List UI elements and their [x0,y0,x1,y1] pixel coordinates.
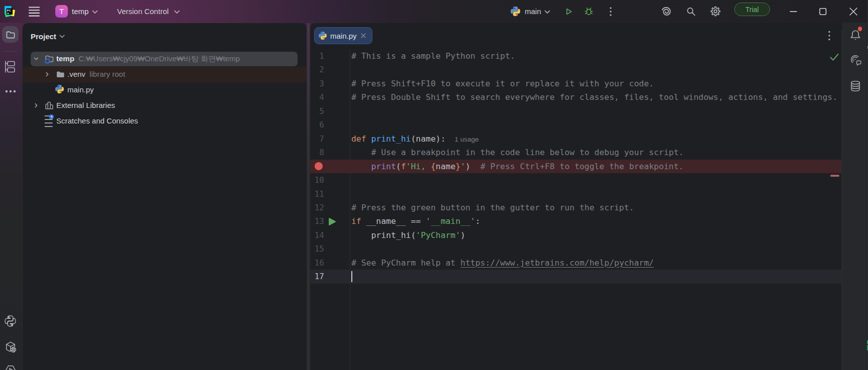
python-console-tool-button[interactable] [2,313,19,329]
code-line-16[interactable]: 16# See PyCharm help at https://www.jetb… [310,256,841,270]
project-name[interactable]: temp [72,0,88,23]
project-folder-icon [44,54,54,64]
editor-tab-strip: main.py [310,23,841,48]
line-number[interactable]: 13 [310,214,324,228]
run-config-chevron-icon [544,1,550,23]
inspections-ok-icon[interactable] [830,53,839,61]
line-number[interactable]: 2 [310,63,324,77]
search-everywhere-button[interactable] [686,0,696,23]
code-token: # Press Double Shift to search everywher… [351,92,837,102]
panel-splitter[interactable] [307,23,310,370]
code-line-11[interactable]: 11 [310,187,841,201]
chevron-down-icon[interactable] [33,56,39,62]
tree-row--venv[interactable]: .venv library root [23,67,307,82]
code-line-12[interactable]: 12# Press the green button in the gutter… [310,201,841,214]
breakpoint-icon[interactable] [315,162,323,170]
minimize-button[interactable] [790,0,797,23]
tab-close-icon[interactable] [360,33,366,39]
tree-chevron[interactable] [33,102,39,108]
project-avatar: T [55,5,68,18]
code-line-9[interactable]: print(f'Hi, {name}') # Press Ctrl+F8 to … [310,160,841,173]
code-line-4[interactable]: 4# Press Double Shift to search everywhe… [310,90,841,104]
python-packages-tool-button[interactable] [2,338,19,355]
line-number[interactable]: 16 [310,256,324,270]
tree-row-main-py[interactable]: main.py [23,82,307,98]
code-line-3[interactable]: 3# Press Shift+F10 to execute it or repl… [310,77,841,90]
code-token: __name__ == [366,216,426,226]
tree-icon [44,100,54,110]
editor-code-area[interactable]: 1# This is a sample Python script.23# Pr… [310,49,841,370]
code-line-7[interactable]: 7def print_hi(name):1 usage [310,132,841,146]
line-number[interactable]: 12 [310,201,324,215]
chevron-right-icon[interactable] [44,71,50,77]
tree-row-scratches-and-consoles[interactable]: Scratches and Consoles [23,113,307,129]
code-line-13[interactable]: 13if __name__ == '__main__': [310,214,841,228]
code-line-6[interactable]: 6 [310,118,841,132]
error-stripe-mark[interactable] [830,175,839,177]
notification-badge [858,27,862,31]
code-token: ' [460,162,465,171]
tree-row-external-libraries[interactable]: External Libraries [23,98,307,113]
code-text: # This is a sample Python script. [351,49,515,63]
code-line-15[interactable]: 15 [310,242,841,256]
line-number[interactable]: 1 [310,49,324,63]
line-number[interactable]: 3 [310,77,324,91]
tree-icon [55,85,65,95]
tab-main-py[interactable]: main.py [314,27,372,44]
line-number[interactable]: 11 [310,187,324,201]
code-line-2[interactable]: 2 [310,63,841,76]
tree-row-temp[interactable]: temp C:₩Users₩cjy09₩OneDrive₩바탕 화면₩temp [23,51,307,67]
project-panel-chevron-icon [59,35,65,38]
code-token: print_hi( [351,230,416,240]
code-line-1[interactable]: 1# This is a sample Python script. [310,49,841,63]
line-number[interactable]: 7 [310,132,324,146]
main-menu-button[interactable] [29,0,40,23]
line-number[interactable]: 4 [310,90,324,104]
tree-row-label: Scratches and Consoles [56,116,138,126]
ai-assistant-titlebar-button[interactable] [661,0,672,23]
ai-assistant-tool-button[interactable] [848,53,865,69]
line-number[interactable]: 14 [310,228,324,242]
structure-tool-button[interactable] [1,58,18,75]
project-widget[interactable]: T [55,2,68,21]
code-token: # Press Ctrl+F8 to toggle the breakpoint… [480,162,684,171]
more-actions-button[interactable] [608,0,614,23]
line-number[interactable]: 10 [310,173,324,187]
code-line-5[interactable]: 5 [310,104,841,118]
code-text: print_hi('PyCharm') [351,228,465,242]
run-config-python-icon [511,0,520,23]
code-line-8[interactable]: 8 # Use a breakpoint in the code line be… [310,146,841,159]
tab-strip-more-button[interactable] [827,30,831,41]
project-panel-header[interactable]: Project [31,31,65,41]
code-token: ) [460,230,465,240]
chevron-right-icon[interactable] [33,102,39,108]
close-button[interactable] [849,0,857,23]
tree-chevron[interactable] [33,56,39,62]
run-config-name[interactable]: main [525,0,541,23]
line-number[interactable]: 5 [310,104,324,118]
version-control-menu[interactable]: Version Control [117,0,169,23]
version-control-chevron-icon [174,1,180,23]
line-number[interactable]: 17 [310,270,324,284]
run-line-icon[interactable] [328,217,336,226]
notifications-button[interactable] [847,27,863,44]
run-button[interactable] [563,0,574,23]
maximize-button[interactable] [819,0,827,23]
debug-button[interactable] [583,0,595,23]
code-line-17[interactable]: 17 [310,270,841,283]
project-tool-button[interactable] [2,26,19,43]
line-number[interactable]: 6 [310,118,324,132]
code-line-10[interactable]: 10 [310,173,841,187]
line-number[interactable]: 15 [310,242,324,256]
usage-inlay-hint[interactable]: 1 usage [455,136,479,143]
tree-chevron[interactable] [44,71,50,77]
more-tool-windows-button[interactable] [2,83,19,99]
services-tool-button[interactable] [2,361,19,370]
settings-button[interactable] [710,0,721,23]
database-tool-button[interactable] [847,78,863,94]
trial-badge[interactable]: Trial [734,3,770,16]
tab-label: main.py [330,32,357,40]
line-number[interactable]: 8 [310,146,324,160]
project-panel-title: Project [31,32,56,41]
code-line-14[interactable]: 14 print_hi('PyCharm') [310,228,841,242]
